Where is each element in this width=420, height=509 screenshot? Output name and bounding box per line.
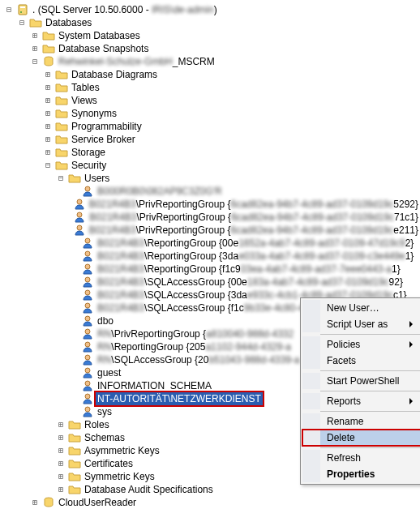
user-icon	[81, 289, 94, 302]
db-icon	[42, 55, 55, 68]
folder-icon	[68, 444, 81, 457]
tree-item-label: Asymmetric Keys	[83, 444, 161, 457]
no-expand	[68, 393, 79, 404]
expand-icon[interactable]: ⊞	[29, 30, 41, 41]
server-node[interactable]: ⊟. (SQL Server 10.50.6000 - IRIS\de-admi…	[3, 3, 420, 16]
no-expand	[68, 315, 79, 327]
tree-item-label: Security	[70, 159, 108, 172]
no-expand	[68, 406, 79, 417]
storage[interactable]: ⊞Storage	[3, 146, 420, 159]
menu-properties[interactable]: Properties	[302, 466, 420, 482]
user-item[interactable]: B021R4B3\ReportingGroup {f1c903ea-4ab7-4…	[3, 263, 420, 276]
tables[interactable]: ⊞Tables	[3, 81, 420, 94]
dbdiag[interactable]: ⊞Database Diagrams	[3, 68, 420, 81]
expand-icon[interactable]: ⊞	[42, 134, 54, 145]
expand-icon[interactable]: ⊞	[55, 471, 66, 482]
users-node[interactable]: ⊟Users	[3, 172, 420, 185]
expand-icon[interactable]: ⊞	[29, 43, 41, 54]
tree-item-label: Database Audit Specifications	[83, 483, 215, 496]
databases-node[interactable]: ⊟Databases	[3, 16, 420, 29]
menu-script-user-as[interactable]: Script User as	[302, 316, 420, 332]
tree-item-label: CloudUserReader	[57, 496, 138, 509]
tree-item-label: Users	[83, 172, 111, 185]
expand-icon[interactable]: ⊞	[42, 69, 54, 80]
security-node[interactable]: ⊟Security	[3, 159, 420, 172]
tree-item-label: NT-AUTORITÄT\NETZWERKDIENST	[96, 392, 263, 405]
expand-icon[interactable]: ⊞	[55, 432, 66, 443]
menu-rename[interactable]: Rename	[302, 413, 420, 430]
tree-item-label: sys	[96, 405, 114, 418]
tree-item-label: Databases	[44, 16, 93, 29]
no-expand	[68, 380, 79, 391]
tree-item-label: RN\SQLAccessGroup {20b51043-988d-4339-a	[96, 353, 302, 366]
collapse-icon[interactable]: ⊟	[29, 56, 41, 67]
menu-start-powershell[interactable]: Start PowerShell	[302, 373, 420, 389]
user-icon	[81, 340, 94, 353]
expand-icon[interactable]: ⊞	[42, 95, 54, 106]
user-item[interactable]: B021R4B3\ReportingGroup {00e1652a-4ab7-4…	[3, 237, 420, 250]
collapse-icon[interactable]: ⊟	[42, 160, 54, 171]
user-item[interactable]: B021R4B3\SQLAccessGroup {00e183a-4ab7-4c…	[3, 276, 420, 289]
cloud-user-reader[interactable]: ⊞CloudUserReader	[3, 496, 420, 509]
folder-icon	[42, 42, 55, 55]
user-icon	[81, 366, 94, 379]
user-icon	[81, 250, 94, 263]
menu-facets[interactable]: Facets	[302, 353, 420, 369]
system-databases[interactable]: ⊞System Databases	[3, 29, 420, 42]
audit[interactable]: ⊞Database Audit Specifications	[3, 483, 420, 496]
expand-icon[interactable]: ⊞	[55, 445, 66, 456]
menu-delete[interactable]: Delete	[302, 430, 420, 446]
tree-item-label: B021R4B3\SQLAccessGroup {00e183a-4ab7-4c…	[96, 276, 405, 289]
folder-icon	[55, 120, 68, 133]
user-icon	[81, 302, 94, 314]
tree-item-label: B021R4B3\PrivReportingGroup {6cad82ea-94…	[88, 198, 420, 211]
folder-icon	[55, 94, 68, 107]
tree-item-label: . (SQL Server 10.50.6000 - IRIS\de-admin…	[31, 3, 219, 16]
views[interactable]: ⊞Views	[3, 94, 420, 107]
expand-icon[interactable]: ⊞	[42, 82, 54, 93]
tree-item-label: System Databases	[57, 29, 142, 42]
folder-icon	[68, 418, 81, 431]
folder-icon	[68, 457, 81, 470]
user-icon	[81, 185, 94, 198]
no-expand	[68, 302, 79, 314]
service_broker[interactable]: ⊞Service Broker	[3, 133, 420, 146]
collapse-icon[interactable]: ⊟	[16, 17, 28, 28]
synonyms[interactable]: ⊞Synonyms	[3, 107, 420, 120]
expand-icon[interactable]: ⊞	[42, 108, 54, 119]
db-icon	[42, 496, 55, 509]
user-item[interactable]: B021R4B3\PrivReportingGroup {6cad82ea-94…	[3, 198, 420, 211]
user-item[interactable]: B021R4B3\ReportingGroup {3dae033a-4ab7-4…	[3, 250, 420, 263]
expand-icon[interactable]: ⊞	[29, 497, 41, 508]
expand-icon[interactable]: ⊞	[42, 121, 54, 132]
user-icon	[81, 237, 94, 250]
no-expand	[68, 289, 79, 301]
expand-icon[interactable]: ⊞	[55, 419, 66, 430]
tree-item-label: Programmability	[70, 120, 144, 133]
folder-icon	[68, 483, 81, 496]
tree-item-label: Tables	[70, 81, 101, 94]
user-item[interactable]: B000R0B0\082AP9C3Z0G'R	[3, 185, 420, 198]
no-expand	[68, 250, 79, 262]
menu-reports[interactable]: Reports	[302, 393, 420, 409]
database-snapshots[interactable]: ⊞Database Snapshots	[3, 42, 420, 55]
user-icon	[81, 392, 94, 405]
collapse-icon[interactable]: ⊟	[55, 173, 66, 184]
user-item[interactable]: B021R4B3\PrivReportingGroup {6cad82ea-94…	[3, 211, 420, 224]
expand-icon[interactable]: ⊞	[55, 458, 66, 469]
folder-icon	[68, 431, 81, 444]
user-icon	[73, 211, 86, 224]
context-menu: New User… Script User as Policies Facets…	[300, 297, 420, 485]
folder-icon	[55, 68, 68, 81]
menu-new-user[interactable]: New User…	[302, 300, 420, 316]
user-item[interactable]: B021R4B3\PrivReportingGroup {6cad82ea-94…	[3, 224, 420, 237]
menu-refresh[interactable]: Refresh	[302, 450, 420, 466]
expand-icon[interactable]: ⊞	[55, 484, 66, 495]
menu-policies[interactable]: Policies	[302, 336, 420, 353]
folder-icon	[55, 146, 68, 159]
collapse-icon[interactable]: ⊟	[3, 4, 15, 15]
mscrm-db[interactable]: ⊟Rehwinkel-Schulze-GmbH_MSCRM	[3, 55, 420, 68]
no-expand	[68, 328, 79, 340]
programmability[interactable]: ⊞Programmability	[3, 120, 420, 133]
expand-icon[interactable]: ⊞	[42, 147, 54, 158]
